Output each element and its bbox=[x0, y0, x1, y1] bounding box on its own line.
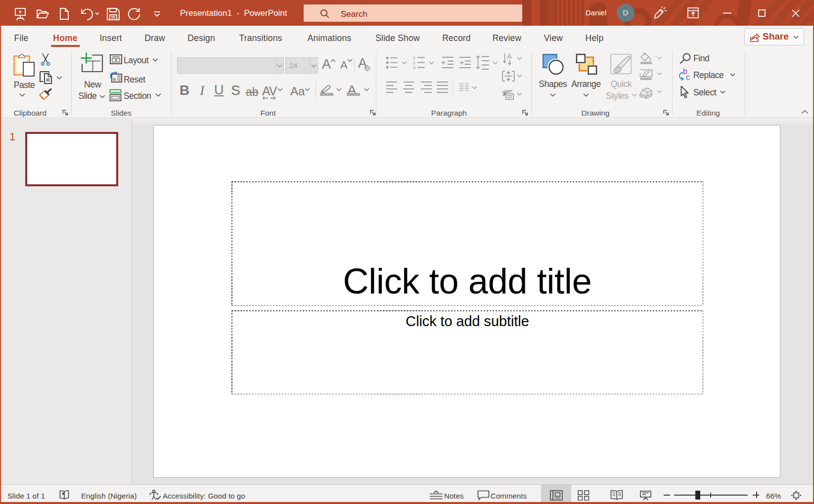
svg-text:1: 1 bbox=[413, 55, 415, 60]
svg-text:3: 3 bbox=[413, 65, 415, 69]
svg-text:2: 2 bbox=[413, 60, 415, 65]
svg-text:A: A bbox=[507, 53, 512, 60]
svg-text:c: c bbox=[686, 73, 690, 81]
